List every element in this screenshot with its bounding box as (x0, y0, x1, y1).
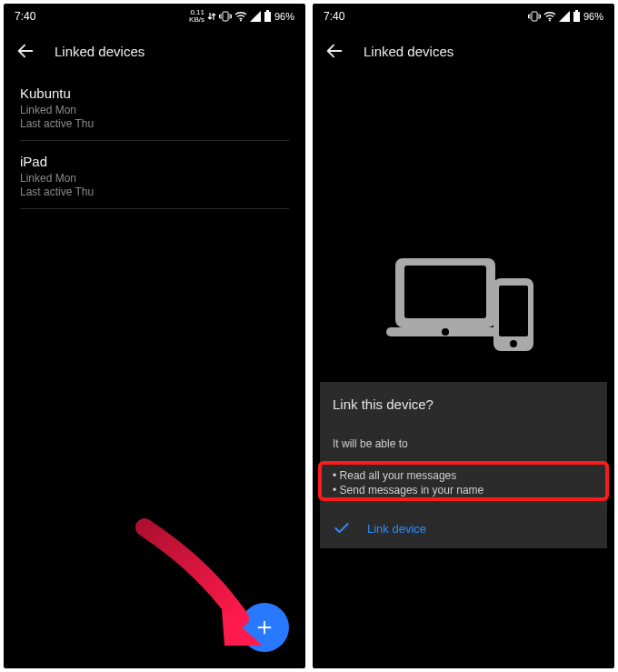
wifi-icon (234, 11, 247, 22)
check-icon (333, 519, 351, 537)
svg-point-11 (442, 328, 449, 336)
svg-rect-4 (532, 12, 537, 21)
device-linked: Linked Mon (20, 104, 289, 117)
status-time: 7:40 (324, 10, 344, 23)
svg-point-1 (240, 20, 242, 22)
status-icons: 0.11 KB/s 96% (189, 9, 294, 24)
battery-icon (264, 10, 272, 23)
bullet-send: • Send messages in your name (333, 483, 594, 497)
svg-point-14 (510, 340, 517, 347)
link-device-card: Link this device? It will be able to • R… (320, 382, 607, 548)
device-last-active: Last active Thu (20, 117, 289, 131)
link-device-label: Link device (367, 522, 426, 536)
status-bar: 7:40 0.11 KB/s 96% (4, 4, 305, 29)
svg-rect-7 (575, 10, 578, 12)
device-name: Kubuntu (20, 85, 289, 101)
screenshot-right: 7:40 96% Linked devices (313, 4, 614, 668)
card-intro: It will be able to (333, 437, 594, 450)
swap-icon (207, 11, 216, 22)
cell-icon (250, 11, 261, 22)
device-last-active: Last active Thu (20, 186, 289, 199)
app-bar: Linked devices (313, 29, 614, 73)
page-title: Linked devices (364, 44, 454, 59)
svg-rect-2 (264, 12, 271, 22)
device-list: Kubuntu Linked Mon Last active Thu iPad … (4, 73, 305, 209)
device-row[interactable]: iPad Linked Mon Last active Thu (20, 141, 289, 209)
plus-icon (254, 617, 274, 637)
link-device-content: Link this device? It will be able to • R… (313, 73, 614, 668)
battery-percent: 96% (274, 11, 294, 22)
wifi-icon (543, 11, 556, 22)
devices-illustration-icon (386, 255, 541, 355)
svg-rect-0 (223, 12, 228, 21)
status-time: 7:40 (15, 10, 35, 23)
device-name: iPad (20, 154, 289, 169)
back-button[interactable] (324, 40, 345, 62)
status-icons: 96% (528, 10, 603, 23)
svg-rect-6 (573, 12, 580, 22)
bullet-read: • Read all your messages (333, 468, 594, 483)
screenshot-left: 7:40 0.11 KB/s 96% Linked devices Kubunt… (4, 4, 305, 668)
battery-percent: 96% (583, 11, 603, 22)
card-title: Link this device? (333, 396, 594, 412)
link-device-button[interactable]: Link device (320, 507, 607, 548)
device-linked: Linked Mon (20, 172, 289, 186)
svg-rect-9 (404, 266, 486, 318)
back-button[interactable] (15, 40, 36, 62)
battery-icon (573, 10, 581, 23)
svg-rect-13 (499, 286, 528, 336)
add-device-fab[interactable] (240, 603, 289, 652)
svg-rect-3 (266, 10, 269, 12)
app-bar: Linked devices (4, 29, 305, 73)
cell-icon (559, 11, 570, 22)
arrow-left-icon (324, 41, 344, 61)
net-speed: 0.11 KB/s (189, 9, 204, 24)
status-bar: 7:40 96% (313, 4, 614, 29)
page-title: Linked devices (55, 44, 145, 59)
svg-point-5 (549, 20, 551, 22)
device-row[interactable]: Kubuntu Linked Mon Last active Thu (20, 73, 289, 141)
arrow-left-icon (15, 41, 35, 61)
vibrate-icon (528, 11, 541, 22)
vibrate-icon (219, 11, 232, 22)
card-bullets: • Read all your messages • Send messages… (333, 468, 594, 497)
